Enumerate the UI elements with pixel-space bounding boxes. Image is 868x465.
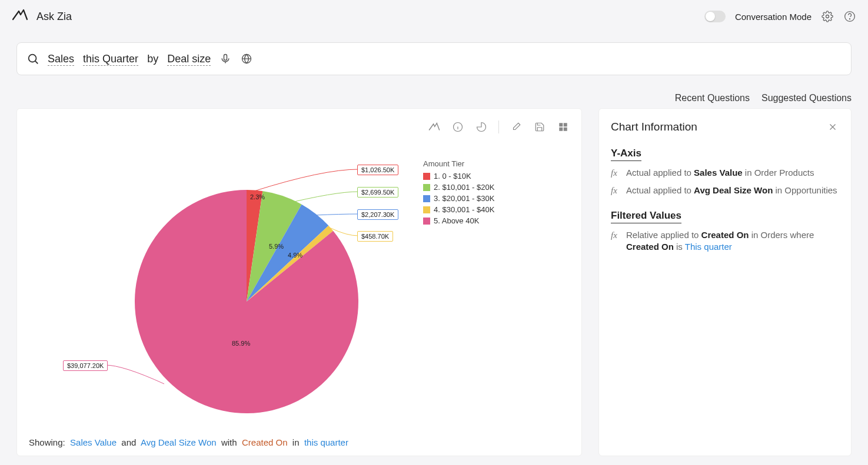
microphone-icon[interactable] [219, 52, 232, 65]
svg-rect-9 [559, 128, 563, 131]
showing-created-on[interactable]: Created On [242, 437, 288, 447]
fx-icon: fx [611, 229, 621, 253]
zia-insight-icon[interactable] [428, 121, 441, 133]
legend-item[interactable]: 4. $30,001 - $40K [423, 205, 494, 214]
callout-10-20k: $2,699.50K [357, 187, 398, 198]
svg-point-2 [850, 19, 850, 19]
chart-info-panel: Chart Information Y-Axis fx Actual appli… [598, 108, 852, 456]
suggested-questions-link[interactable]: Suggested Questions [761, 93, 852, 103]
chart-card: 2.3% 5.9% 4.9% 85.9% $1,026.50K $2,699.5… [16, 108, 582, 456]
svg-point-1 [845, 12, 855, 22]
info-icon[interactable] [451, 121, 464, 133]
svg-rect-7 [559, 123, 563, 126]
filter-value-link[interactable]: This quarter [685, 242, 732, 252]
recent-questions-link[interactable]: Recent Questions [675, 93, 750, 103]
query-token-sales: Sales [48, 53, 74, 66]
query-token-this-quarter: this Quarter [83, 53, 138, 66]
pie-chart: 2.3% 5.9% 4.9% 85.9% $1,026.50K $2,699.5… [29, 149, 405, 419]
pct-label-20-30k: 4.9% [288, 252, 302, 259]
search-input[interactable]: Sales this Quarter by Deal size [48, 53, 211, 65]
edit-icon[interactable] [510, 121, 523, 133]
filters-heading: Filtered Values [611, 210, 681, 223]
settings-icon[interactable] [821, 10, 834, 23]
chart-toolbar [29, 118, 570, 136]
globe-icon[interactable] [240, 52, 253, 65]
close-icon[interactable] [826, 121, 839, 133]
callout-20-30k: $2,207.30K [357, 209, 398, 220]
page-title: Ask Zia [36, 11, 72, 23]
yaxis-heading: Y-Axis [611, 148, 641, 161]
svg-point-0 [826, 15, 829, 18]
svg-point-3 [29, 55, 36, 62]
fx-icon: fx [611, 185, 621, 196]
dashboard-icon[interactable] [557, 121, 570, 133]
showing-avg-deal[interactable]: Avg Deal Size Won [141, 437, 217, 447]
pct-label-above-40k: 85.9% [232, 340, 250, 347]
showing-sales-value[interactable]: Sales Value [70, 437, 117, 447]
fx-icon: fx [611, 167, 621, 179]
app-header: Ask Zia Conversation Mode [0, 0, 868, 33]
callout-0-10k: $1,026.50K [357, 165, 398, 175]
query-token-deal-size: Deal size [167, 53, 211, 66]
showing-this-quarter[interactable]: this quarter [304, 437, 348, 447]
conversation-mode-toggle[interactable] [704, 11, 726, 22]
query-token-by: by [147, 53, 158, 65]
callout-above-40k: $39,077.20K [63, 360, 108, 371]
sidepanel-title: Chart Information [611, 121, 697, 133]
showing-summary: Showing: Sales Value and Avg Deal Size W… [29, 437, 570, 447]
yaxis-row: fx Actual applied to Avg Deal Size Won i… [611, 185, 839, 196]
svg-rect-8 [564, 123, 567, 126]
subnav: Recent Questions Suggested Questions [0, 82, 868, 108]
zia-logo-icon [12, 9, 28, 25]
callout-30-40k: $458.70K [357, 231, 393, 242]
chart-type-icon[interactable] [475, 121, 488, 133]
legend-item[interactable]: 3. $20,001 - $30K [423, 194, 494, 203]
search-icon[interactable] [26, 52, 39, 65]
conversation-mode-label: Conversation Mode [735, 12, 812, 22]
save-icon[interactable] [533, 121, 546, 133]
help-icon[interactable] [843, 10, 856, 23]
filter-row: fx Relative applied to Created On in Ord… [611, 229, 839, 253]
svg-rect-10 [564, 128, 567, 131]
legend-item[interactable]: 1. 0 - $10K [423, 172, 494, 180]
svg-rect-4 [224, 55, 227, 61]
pct-label-0-10k: 2.3% [250, 193, 265, 200]
legend-title: Amount Tier [423, 159, 494, 168]
legend-item[interactable]: 5. Above 40K [423, 216, 494, 225]
yaxis-row: fx Actual applied to Sales Value in Orde… [611, 167, 839, 179]
search-bar[interactable]: Sales this Quarter by Deal size [16, 42, 852, 75]
chart-legend: Amount Tier 1. 0 - $10K 2. $10,001 - $20… [423, 159, 494, 228]
legend-item[interactable]: 2. $10,001 - $20K [423, 183, 494, 192]
pct-label-10-20k: 5.9% [269, 243, 284, 250]
